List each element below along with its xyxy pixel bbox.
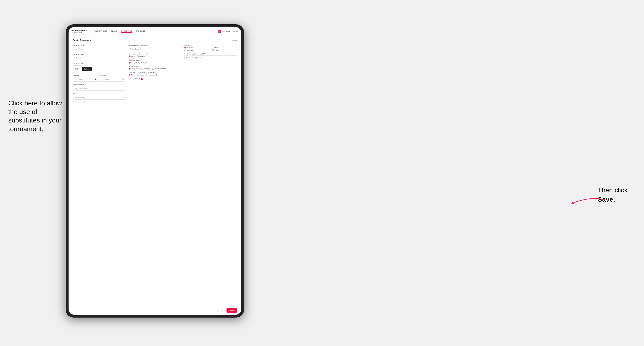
nav-tournaments[interactable]: TOURNAMENTS <box>93 30 107 33</box>
stroke-play-option[interactable]: Stroke Play <box>129 68 138 70</box>
allow-substitutes-label: Allow substitutes? <box>129 78 140 80</box>
rounds-4-radio[interactable] <box>143 62 145 63</box>
tournament-name-input[interactable] <box>73 56 125 60</box>
nav-separator: | <box>231 31 231 32</box>
format-6count5-option[interactable]: 6 count 5 <box>212 49 237 51</box>
nav-committee[interactable]: COMMITTEE <box>121 30 132 33</box>
rounds-2-radio[interactable] <box>134 62 136 63</box>
teams-label: Teams (+Individuals) <box>131 74 144 76</box>
nav-rankings[interactable]: RANKINGS <box>136 30 145 33</box>
scoring-api-select[interactable]: Select a scoring service <box>184 55 237 60</box>
match-play-option[interactable]: Match Play <box>140 68 150 70</box>
venue-dropdown-icon: ⌄ <box>123 96 124 98</box>
calendar-icon: 📅 <box>95 78 97 80</box>
tournament-host-group: Tournament Host ⌄ <box>73 44 125 51</box>
scoring-radio-group: Stroke Play Match Play Medal Match Play <box>129 68 181 70</box>
nav-links: TOURNAMENTS TEAMS COMMITTEE RANKINGS <box>93 30 218 33</box>
medal-match-radio[interactable] <box>152 68 154 70</box>
allow-substitutes-checkbox-option[interactable]: Allow substitutes? <box>129 78 181 80</box>
sponsor-label: Sponsor (optional) <box>73 84 125 85</box>
individuals-only-option[interactable]: Individuals Only <box>146 74 159 76</box>
format-6count5-radio[interactable] <box>212 49 214 51</box>
venue-group: Venue ⌄ Can't find your venue? email sup… <box>73 93 125 103</box>
event-type-radio-group: Teams (+Individuals) Individuals Only <box>129 74 181 76</box>
event-type-label: Is this event for Teams and/or Individua… <box>129 72 181 73</box>
page-title: Create Tournament <box>73 39 92 41</box>
gender-mens-radio[interactable] <box>129 55 130 57</box>
individuals-radio[interactable] <box>146 74 148 76</box>
rounds-1-option[interactable]: 1 <box>129 62 132 63</box>
end-date-group: End date 📅 <box>100 75 125 82</box>
scoring-api-group: Use third-party live scoring API? Select… <box>184 53 237 60</box>
tournament-name-label: Tournament name <box>73 53 125 55</box>
event-type-group: Is this event for Teams and/or Individua… <box>129 72 181 76</box>
format-type-group: Format type 5 count 4 Other <box>184 44 237 51</box>
logo-scoreboard: SCOREBOARD <box>72 29 89 32</box>
calendar-icon-2: 📅 <box>122 78 124 80</box>
format-other-radio[interactable] <box>212 47 214 48</box>
cancel-button[interactable]: Cancel <box>214 308 224 313</box>
gender-mens-option[interactable]: Mens <box>129 55 134 57</box>
gender-womens-radio[interactable] <box>137 55 138 57</box>
logo-clippd: clippd <box>79 32 82 33</box>
form-col-1: Tournament Host ⌄ Tournament name Tourna <box>73 44 125 103</box>
format-5count4-radio[interactable] <box>184 47 186 48</box>
stroke-play-label: Stroke Play <box>131 68 138 69</box>
gender-label: Which gender is the event for? <box>129 53 181 55</box>
form-col-2: Which division is the event for? NCAA Di… <box>129 44 181 103</box>
rounds-3-radio[interactable] <box>138 62 140 63</box>
save-button[interactable]: Save <box>226 308 237 313</box>
search-icon: ⌄ <box>123 48 124 50</box>
rounds-2-label: 2 <box>136 62 137 63</box>
form-grid: Tournament Host ⌄ Tournament name Tourna <box>73 44 237 103</box>
tournament-host-label: Tournament Host <box>73 44 125 46</box>
venue-input[interactable] <box>73 95 125 100</box>
date-row: Start date 📅 End date 📅 <box>73 75 125 82</box>
match-play-radio[interactable] <box>140 68 142 70</box>
sponsor-input[interactable] <box>73 86 125 91</box>
page-header: Create Tournament Back <box>73 39 237 41</box>
logo-powered: Powered by clippd <box>72 32 89 33</box>
navbar: SCOREBOARD Powered by clippd TOURNAMENTS… <box>68 27 241 36</box>
tournament-host-input[interactable] <box>73 47 125 51</box>
match-play-label: Match Play <box>143 68 150 69</box>
end-date-input[interactable] <box>100 77 125 82</box>
format-6count5-label: 6 count 5 <box>214 49 220 51</box>
format-6count4-radio[interactable] <box>184 49 186 51</box>
division-select[interactable]: NCAA Division I <box>129 47 181 51</box>
upload-button[interactable]: Upload <box>82 67 92 71</box>
format-6count4-option[interactable]: 6 count 4 <box>184 49 209 51</box>
sign-out-link[interactable]: Sign out <box>232 31 238 32</box>
format-5count4-label: 5 count 4 <box>187 47 193 48</box>
teams-individuals-option[interactable]: Teams (+Individuals) <box>129 74 144 76</box>
gender-womens-label: Womens <box>139 56 145 57</box>
teams-radio[interactable] <box>129 74 130 76</box>
venue-help-text: Can't find your venue? email support <box>73 101 125 103</box>
user-name: blair admin <box>222 31 230 32</box>
gender-womens-option[interactable]: Womens <box>137 55 145 57</box>
nav-teams[interactable]: TEAMS <box>111 30 118 33</box>
tablet-device: SCOREBOARD Powered by clippd TOURNAMENTS… <box>66 24 244 318</box>
nav-right: B blair admin | Sign out <box>218 30 238 33</box>
logo-placeholder <box>73 65 80 73</box>
email-support-link[interactable]: email support <box>86 101 93 103</box>
end-date-label: End date <box>100 75 125 76</box>
format-5count4-option[interactable]: 5 count 4 <box>184 47 209 48</box>
form-col-3: Format type 5 count 4 Other <box>184 44 237 103</box>
arrow-right-icon <box>566 194 608 206</box>
gender-mens-label: Mens <box>131 56 134 57</box>
back-link[interactable]: Back <box>232 39 237 41</box>
rounds-3-option[interactable]: 3 <box>138 62 142 63</box>
individuals-label: Individuals Only <box>149 74 159 76</box>
medal-match-option[interactable]: Medal Match Play <box>152 68 166 70</box>
rounds-4-option[interactable]: 4 <box>143 62 146 63</box>
allow-substitutes-checkbox[interactable] <box>141 78 143 80</box>
format-other-option[interactable]: Other <box>212 47 237 48</box>
action-bar: Cancel Save <box>68 306 241 315</box>
start-date-input[interactable] <box>73 77 98 82</box>
tournament-logo-group: Tournament logo Upload <box>73 62 125 73</box>
rounds-1-radio[interactable] <box>129 62 130 63</box>
division-group: Which division is the event for? NCAA Di… <box>129 44 181 51</box>
rounds-2-option[interactable]: 2 <box>134 62 137 63</box>
stroke-play-radio[interactable] <box>129 68 130 70</box>
